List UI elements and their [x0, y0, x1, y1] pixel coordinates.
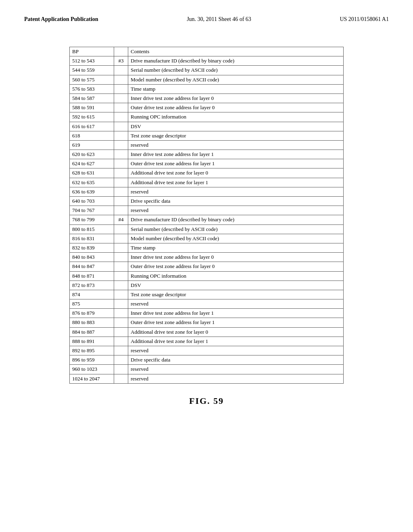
cell-num	[114, 243, 128, 252]
cell-num	[114, 234, 128, 243]
cell-bp: 620 to 623	[70, 150, 114, 159]
cell-contents: Drive specific data	[128, 355, 344, 365]
table-row: 844 to 847Outer drive test zone address …	[70, 262, 344, 271]
cell-contents: Drive manufacture ID (described by binar…	[128, 56, 344, 66]
cell-bp: 619	[70, 140, 114, 150]
cell-num	[114, 140, 128, 150]
cell-contents: Inner drive test zone address for layer …	[128, 309, 344, 318]
table-row: 892 to 895reserved	[70, 346, 344, 355]
page: Patent Application Publication Jun. 30, …	[0, 0, 413, 532]
cell-bp: 592 to 615	[70, 112, 114, 122]
cell-bp: 616 to 617	[70, 122, 114, 131]
cell-contents: Additional drive test zone for layer 0	[128, 168, 344, 178]
cell-num	[114, 318, 128, 327]
cell-num	[114, 309, 128, 318]
cell-bp: 880 to 883	[70, 318, 114, 327]
col-header-bp: BP	[70, 47, 114, 56]
header-right: US 2011/0158061 A1	[340, 16, 389, 23]
table-row: 884 to 887Additional drive test zone for…	[70, 327, 344, 337]
cell-num	[114, 290, 128, 299]
table-row: 619reserved	[70, 140, 344, 150]
cell-contents: Time stamp	[128, 243, 344, 252]
table-row: 584 to 587Inner drive test zone address …	[70, 94, 344, 103]
figure-label: FIG. 59	[24, 396, 389, 406]
cell-num	[114, 103, 128, 112]
cell-bp: 588 to 591	[70, 103, 114, 112]
cell-contents: Inner drive test zone address for layer …	[128, 94, 344, 103]
cell-bp: 628 to 631	[70, 168, 114, 178]
cell-num	[114, 94, 128, 103]
cell-bp: 576 to 583	[70, 84, 114, 94]
table-row: 874Test zone usage descriptor	[70, 290, 344, 299]
cell-num: #3	[114, 56, 128, 66]
cell-num	[114, 355, 128, 365]
table-row: 840 to 843Inner drive test zone address …	[70, 253, 344, 262]
cell-bp: 884 to 887	[70, 327, 114, 337]
header-left: Patent Application Publication	[24, 16, 98, 23]
cell-num	[114, 374, 128, 383]
data-table: BP Contents 512 to 543#3Drive manufactur…	[69, 47, 344, 384]
cell-contents: reserved	[128, 187, 344, 196]
cell-contents: Time stamp	[128, 84, 344, 94]
cell-contents: DSV	[128, 281, 344, 290]
cell-num	[114, 159, 128, 168]
table-row: 618Test zone usage descriptor	[70, 131, 344, 140]
table-row: 872 to 873DSV	[70, 281, 344, 290]
table-row: 768 to 799#4Drive manufacture ID (descri…	[70, 215, 344, 224]
cell-contents: Model number (described by ASCII code)	[128, 75, 344, 84]
cell-bp: 874	[70, 290, 114, 299]
cell-bp: 618	[70, 131, 114, 140]
table-row: 592 to 615Running OPC information	[70, 112, 344, 122]
cell-num	[114, 271, 128, 281]
cell-num	[114, 327, 128, 337]
cell-contents: Running OPC information	[128, 112, 344, 122]
cell-bp: 848 to 871	[70, 271, 114, 281]
cell-num	[114, 178, 128, 187]
cell-num	[114, 365, 128, 374]
table-row: 512 to 543#3Drive manufacture ID (descri…	[70, 56, 344, 66]
table-row: 632 to 635Additional drive test zone for…	[70, 178, 344, 187]
cell-contents: Additional drive test zone for layer 1	[128, 178, 344, 187]
table-row: 560 to 575Model number (described by ASC…	[70, 75, 344, 84]
table-row: 576 to 583Time stamp	[70, 84, 344, 94]
cell-num	[114, 168, 128, 178]
table-row: 816 to 831Model number (described by ASC…	[70, 234, 344, 243]
page-header: Patent Application Publication Jun. 30, …	[24, 16, 389, 23]
cell-bp: 704 to 767	[70, 206, 114, 215]
table-row: 616 to 617DSV	[70, 122, 344, 131]
cell-bp: 512 to 543	[70, 56, 114, 66]
cell-contents: Running OPC information	[128, 271, 344, 281]
cell-contents: reserved	[128, 365, 344, 374]
cell-bp: 896 to 959	[70, 355, 114, 365]
cell-contents: Additional drive test zone for layer 1	[128, 337, 344, 346]
cell-bp: 800 to 815	[70, 224, 114, 234]
table-row: 628 to 631Additional drive test zone for…	[70, 168, 344, 178]
table-row: 848 to 871Running OPC information	[70, 271, 344, 281]
cell-num	[114, 346, 128, 355]
table-row: 800 to 815Serial number (described by AS…	[70, 224, 344, 234]
cell-num	[114, 206, 128, 215]
cell-contents: Inner drive test zone address for layer …	[128, 253, 344, 262]
cell-bp: 640 to 703	[70, 197, 114, 206]
cell-num	[114, 131, 128, 140]
cell-contents: reserved	[128, 346, 344, 355]
cell-num	[114, 299, 128, 309]
table-row: 1024 to 2047reserved	[70, 374, 344, 383]
header-center: Jun. 30, 2011 Sheet 46 of 63	[187, 16, 251, 23]
cell-num	[114, 187, 128, 196]
cell-bp: 844 to 847	[70, 262, 114, 271]
cell-num	[114, 197, 128, 206]
cell-contents: reserved	[128, 206, 344, 215]
cell-bp: 832 to 839	[70, 243, 114, 252]
cell-num	[114, 66, 128, 75]
cell-num	[114, 112, 128, 122]
table-row: 875reserved	[70, 299, 344, 309]
col-header-contents: Contents	[128, 47, 344, 56]
cell-contents: reserved	[128, 140, 344, 150]
cell-bp: 892 to 895	[70, 346, 114, 355]
table-container: BP Contents 512 to 543#3Drive manufactur…	[69, 47, 344, 384]
cell-num	[114, 84, 128, 94]
table-row: 896 to 959Drive specific data	[70, 355, 344, 365]
cell-bp: 960 to 1023	[70, 365, 114, 374]
cell-num: #4	[114, 215, 128, 224]
